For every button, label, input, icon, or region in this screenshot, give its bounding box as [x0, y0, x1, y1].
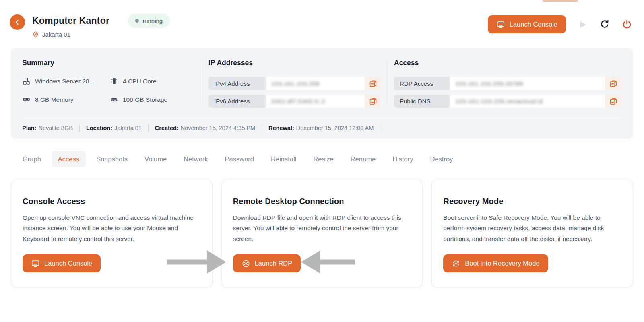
monitor-icon [31, 259, 40, 268]
meta-divider [148, 124, 149, 132]
restart-server-button[interactable] [600, 19, 610, 29]
monitor-icon [496, 20, 505, 29]
rdp-access-value: 103.161.103.255:33789 [450, 77, 605, 90]
tab-volume[interactable]: Volume [138, 151, 173, 167]
copy-icon [609, 97, 618, 106]
spec-label: 100 GB Storage [123, 96, 167, 103]
public-dns-label: Public DNS [394, 95, 450, 108]
copy-rdp-button[interactable] [605, 77, 622, 90]
header: Komputer Kantor running Jakarta 01 Launc… [0, 0, 644, 38]
back-button[interactable] [10, 14, 25, 30]
annotation-arrow-right [301, 246, 355, 278]
copy-icon [369, 79, 378, 88]
boot-recovery-button[interactable]: Boot into Recovery Mode [443, 254, 548, 272]
status-dot-icon [135, 19, 139, 23]
memory-icon [22, 95, 31, 104]
tab-history[interactable]: History [386, 151, 419, 167]
status-badge-label: running [142, 17, 163, 24]
annotation-arrow-left [167, 246, 227, 278]
location-pin-icon [32, 31, 39, 38]
spec-cpu: 4 CPU Core [110, 77, 196, 85]
button-label: Launch RDP [255, 260, 293, 267]
launch-console-label: Launch Console [510, 21, 557, 28]
ipv4-label: IPv4 Address [208, 77, 266, 90]
card-title: Console Access [23, 197, 201, 206]
launch-console-header-button[interactable]: Launch Console [488, 15, 566, 33]
public-dns-value: 103-161-103-255.nevacloud.id [450, 95, 605, 108]
card-description: Download RDP file and open it with RDP c… [233, 213, 411, 244]
tab-password[interactable]: Password [219, 151, 260, 167]
launch-rdp-button[interactable]: Launch RDP [233, 254, 301, 272]
spec-label: Windows Server 20... [35, 78, 94, 85]
play-icon [578, 20, 588, 29]
refresh-icon [600, 19, 610, 29]
card-description: Boot server into Safe Recovery Mode. You… [443, 213, 621, 244]
recovery-mode-card: Recovery Mode Boot server into Safe Reco… [431, 180, 633, 287]
rdp-access-label: RDP Access [394, 77, 450, 90]
summary-title: Summary [22, 59, 196, 67]
meta-divider [79, 124, 80, 132]
launch-console-card-button[interactable]: Launch Console [23, 254, 101, 272]
cpu-icon [110, 77, 118, 85]
ipv4-row: IPv4 Address 103.161.103.255 [208, 77, 382, 90]
power-off-button[interactable] [622, 19, 632, 29]
tab-network[interactable]: Network [177, 151, 215, 167]
ipv6-value: 2001:df7:5300:3::2 [266, 95, 365, 108]
tab-destroy[interactable]: Destroy [423, 151, 459, 167]
plan-meta-row: Plan:Nevalite 8GB Location:Jakarta 01 Cr… [22, 118, 622, 139]
tab-access[interactable]: Access [52, 151, 86, 167]
tab-rename[interactable]: Rename [344, 151, 382, 167]
meta-divider [380, 124, 380, 132]
server-location: Jakarta 01 [32, 31, 170, 38]
storage-icon [110, 95, 118, 104]
copy-icon [609, 79, 618, 88]
ipv6-row: IPv6 Address 2001:df7:5300:3::2 [208, 95, 382, 108]
card-description: Open up console VNC connection and acces… [23, 213, 201, 244]
spec-label: 4 CPU Core [123, 78, 157, 85]
rdp-circle-x-icon [242, 259, 250, 268]
server-tabs: Graph Access Snapshots Volume Network Pa… [16, 151, 644, 167]
spec-storage: 100 GB Storage [110, 95, 196, 104]
vertical-divider [388, 60, 388, 105]
tab-resize[interactable]: Resize [307, 151, 340, 167]
ipv4-value: 103.161.103.255 [266, 77, 365, 90]
power-icon [622, 19, 632, 29]
button-label: Boot into Recovery Mode [465, 260, 539, 267]
copy-icon [369, 97, 378, 106]
copy-ipv4-button[interactable] [365, 77, 382, 90]
copy-dns-button[interactable] [605, 95, 622, 108]
server-summary-panel: Summary Windows Server 20... 4 CPU Core [11, 48, 633, 139]
card-title: Recovery Mode [443, 197, 621, 206]
start-server-button[interactable] [578, 20, 588, 29]
spec-os: Windows Server 20... [22, 77, 110, 85]
spec-memory: 8 GB Memory [22, 95, 110, 104]
location-label: Jakarta 01 [42, 31, 70, 38]
vertical-divider [202, 60, 202, 105]
status-badge: running [128, 14, 170, 28]
public-dns-row: Public DNS 103-161-103-255.nevacloud.id [394, 95, 622, 108]
tab-snapshots[interactable]: Snapshots [90, 151, 134, 167]
chevron-left-icon [14, 19, 21, 26]
tab-graph[interactable]: Graph [16, 151, 47, 167]
ip-addresses-section: IP Addresses IPv4 Address 103.161.103.25… [208, 59, 382, 108]
access-section: Access RDP Access 103.161.103.255:33789 … [394, 59, 622, 108]
ip-addresses-title: IP Addresses [208, 59, 382, 67]
card-title: Remote Desktop Connection [233, 197, 411, 206]
top-partial-element [543, 0, 578, 2]
meta-divider [262, 124, 262, 132]
meta-plan: Plan:Nevalite 8GB [22, 125, 73, 131]
meta-created: Created:November 15, 2024 4:35 PM [155, 125, 255, 131]
access-title: Access [394, 59, 622, 67]
rdp-access-row: RDP Access 103.161.103.255:33789 [394, 77, 622, 90]
copy-ipv6-button[interactable] [365, 95, 382, 108]
page-title: Komputer Kantor [32, 15, 109, 26]
ipv6-label: IPv6 Address [208, 95, 266, 108]
os-cubes-icon [22, 77, 31, 85]
tab-reinstall[interactable]: Reinstall [264, 151, 303, 167]
meta-renewal: Renewal:December 15, 2024 12:00 AM [268, 125, 374, 131]
summary-section: Summary Windows Server 20... 4 CPU Core [22, 59, 196, 108]
recovery-cycle-icon [452, 259, 460, 268]
spec-label: 8 GB Memory [35, 96, 74, 103]
button-label: Launch Console [44, 260, 92, 267]
meta-location: Location:Jakarta 01 [86, 125, 142, 131]
